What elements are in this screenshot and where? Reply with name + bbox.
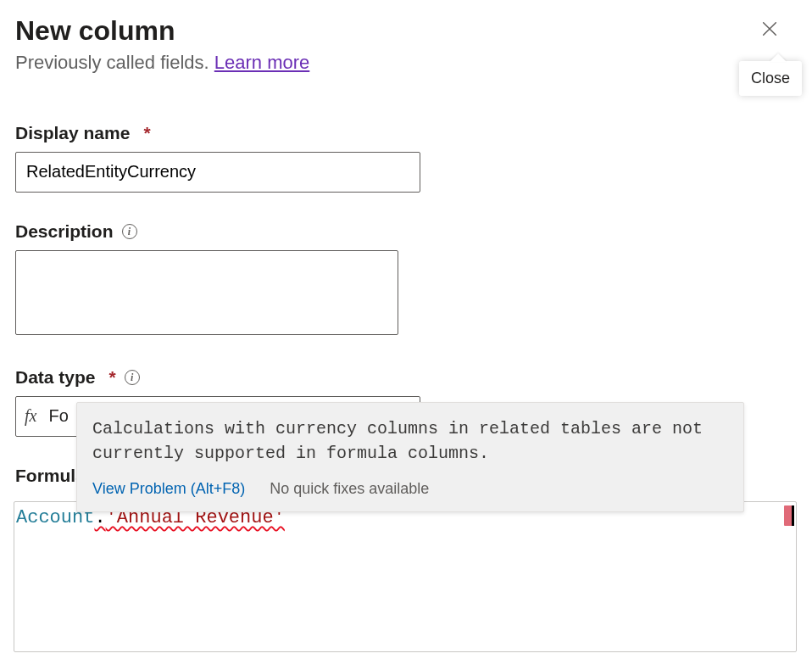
panel-subtitle: Previously called fields. Learn more (15, 52, 797, 74)
required-star-icon: * (143, 123, 150, 143)
formula-editor[interactable]: Account.'Annual Revenue' (14, 501, 797, 652)
subtitle-text: Previously called fields. (15, 52, 214, 73)
info-icon[interactable]: i (125, 370, 140, 385)
description-label: Description i (15, 221, 797, 242)
info-icon[interactable]: i (122, 224, 137, 239)
error-popover: Calculations with currency columns in re… (76, 402, 744, 512)
close-tooltip-text: Close (751, 70, 790, 87)
minimap-handle[interactable] (792, 505, 794, 526)
description-section: Description i (15, 221, 797, 338)
panel-title: New column (15, 15, 797, 47)
required-star-icon: * (109, 367, 116, 388)
error-message: Calculations with currency columns in re… (92, 416, 728, 466)
fx-icon: fx (25, 406, 40, 426)
display-name-label: Display name* (15, 123, 797, 143)
data-type-label: Data type* i (15, 367, 797, 388)
learn-more-link[interactable]: Learn more (214, 52, 310, 73)
close-tooltip: Close (739, 61, 802, 96)
no-quick-fixes-text: No quick fixes available (270, 480, 429, 497)
display-name-input[interactable] (15, 152, 420, 193)
view-problem-link[interactable]: View Problem (Alt+F8) (92, 480, 245, 497)
close-button[interactable] (756, 15, 783, 42)
data-type-value: Fo (48, 406, 68, 426)
display-name-section: Display name* (15, 123, 797, 193)
description-input[interactable] (15, 250, 398, 335)
close-icon (760, 20, 779, 38)
